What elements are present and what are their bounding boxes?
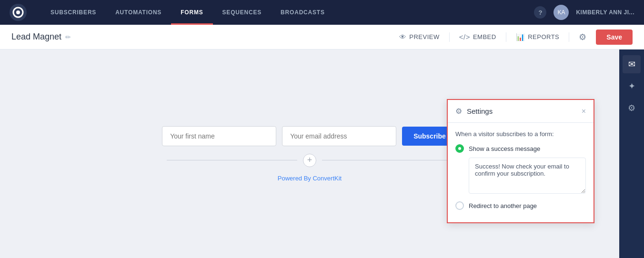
email-input[interactable]: [282, 126, 396, 146]
close-icon[interactable]: ×: [582, 107, 586, 116]
option-success-label: Show a success message: [469, 145, 540, 152]
reports-label: REPORTS: [528, 33, 559, 40]
envelope-icon: ✉: [628, 59, 635, 69]
powered-by: Powered By ConvertKit: [278, 175, 342, 182]
settings-gear-icon: ⚙: [455, 107, 462, 116]
right-sidebar: ✉ ✦ ⚙: [619, 50, 644, 258]
add-line-right: [322, 160, 453, 160]
nav-links: SUBSCRIBERS AUTOMATIONS FORMS SEQUENCES …: [41, 0, 534, 25]
option-redirect-label: Redirect to another page: [469, 202, 537, 209]
settings-body: When a visitor subscribes to a form: Sho…: [448, 123, 594, 222]
cog-icon: ⚙: [628, 103, 635, 113]
main-area: Subscribe + Powered By ConvertKit ⚙ Sett…: [0, 50, 644, 258]
settings-header: ⚙ Settings ×: [448, 100, 594, 123]
svg-point-2: [16, 10, 20, 14]
sidebar-envelope-button[interactable]: ✉: [623, 55, 641, 73]
sidebar-wand-button[interactable]: ✦: [623, 77, 641, 95]
form-preview: Subscribe + Powered By ConvertKit: [162, 126, 457, 182]
avatar: KA: [553, 5, 569, 20]
reports-button[interactable]: 📊 REPORTS: [516, 33, 560, 41]
first-name-input[interactable]: [162, 126, 276, 146]
radio-redirect-unselected: [455, 201, 464, 210]
add-element-button[interactable]: +: [303, 154, 316, 167]
divider-2: [506, 32, 506, 42]
add-line-left: [167, 160, 297, 160]
success-message-textarea[interactable]: Success! Now check your email to confirm…: [469, 158, 586, 194]
option-success-message[interactable]: Show a success message: [455, 144, 586, 153]
nav-forms[interactable]: FORMS: [171, 0, 212, 25]
eye-icon: 👁: [399, 33, 407, 41]
code-icon: </>: [459, 33, 470, 41]
bar-chart-icon: 📊: [516, 33, 525, 41]
preview-button[interactable]: 👁 PREVIEW: [399, 33, 440, 41]
username: KIMBERLY ANN JI...: [576, 9, 634, 16]
divider-3: [569, 32, 569, 42]
edit-icon[interactable]: ✏: [65, 33, 71, 41]
nav-automations[interactable]: AUTOMATIONS: [106, 0, 171, 25]
nav-right: ? KA KIMBERLY ANN JI...: [534, 5, 634, 20]
page-title: Lead Magnet ✏: [11, 32, 399, 42]
wand-icon: ✦: [628, 81, 635, 91]
settings-panel: ⚙ Settings × When a visitor subscribes t…: [447, 99, 594, 223]
settings-subtitle: When a visitor subscribes to a form:: [455, 130, 586, 138]
logo[interactable]: [10, 4, 27, 21]
preview-label: PREVIEW: [409, 33, 439, 40]
header-actions: 👁 PREVIEW </> EMBED 📊 REPORTS ⚙ Save: [399, 30, 633, 45]
embed-label: EMBED: [473, 33, 496, 40]
divider-1: [449, 32, 450, 42]
gear-icon[interactable]: ⚙: [579, 32, 586, 42]
sidebar-cog-button[interactable]: ⚙: [623, 99, 641, 117]
settings-title-text: Settings: [467, 107, 493, 115]
top-nav: SUBSCRIBERS AUTOMATIONS FORMS SEQUENCES …: [0, 0, 644, 25]
canvas-area: Subscribe + Powered By ConvertKit ⚙ Sett…: [0, 50, 619, 258]
add-row: +: [167, 154, 453, 167]
help-button[interactable]: ?: [534, 6, 546, 19]
nav-subscribers[interactable]: SUBSCRIBERS: [41, 0, 106, 25]
nav-broadcasts[interactable]: BROADCASTS: [271, 0, 334, 25]
page-title-text: Lead Magnet: [11, 32, 61, 42]
nav-sequences[interactable]: SEQUENCES: [213, 0, 272, 25]
option-redirect[interactable]: Redirect to another page: [455, 201, 586, 210]
settings-title: ⚙ Settings: [455, 107, 493, 116]
embed-button[interactable]: </> EMBED: [459, 33, 496, 41]
save-button[interactable]: Save: [596, 30, 633, 45]
radio-success-selected: [455, 144, 464, 153]
form-fields-row: Subscribe: [162, 126, 457, 146]
header-bar: Lead Magnet ✏ 👁 PREVIEW </> EMBED 📊 REPO…: [0, 25, 644, 50]
